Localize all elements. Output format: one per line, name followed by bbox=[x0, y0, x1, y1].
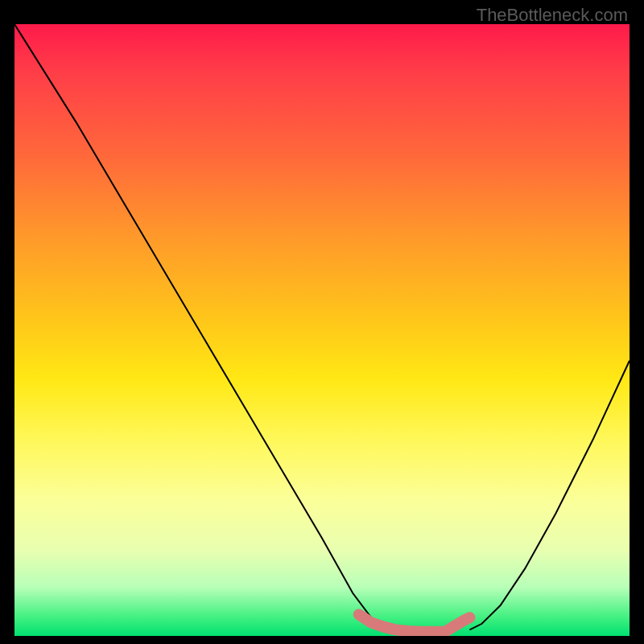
right-curve-line bbox=[469, 361, 630, 630]
left-curve-line bbox=[14, 24, 420, 633]
chart-svg bbox=[14, 24, 630, 636]
plateau-points-line bbox=[359, 614, 470, 631]
watermark-text: TheBottleneck.com bbox=[477, 5, 628, 26]
chart-background-gradient bbox=[14, 24, 630, 636]
